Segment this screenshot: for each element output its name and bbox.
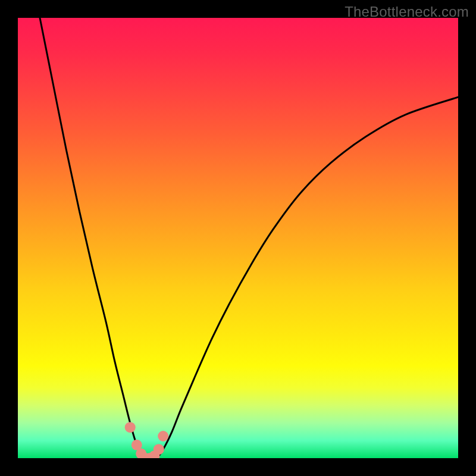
marker-point: [154, 444, 164, 455]
marker-point: [158, 431, 168, 441]
bottleneck-curve-path: [40, 18, 458, 458]
marker-group: [125, 422, 169, 458]
chart-frame: TheBottleneck.com: [0, 0, 476, 476]
bottleneck-curve-svg: [18, 18, 458, 458]
curve-group: [40, 18, 458, 458]
marker-point: [125, 422, 136, 433]
plot-area: [18, 18, 458, 458]
